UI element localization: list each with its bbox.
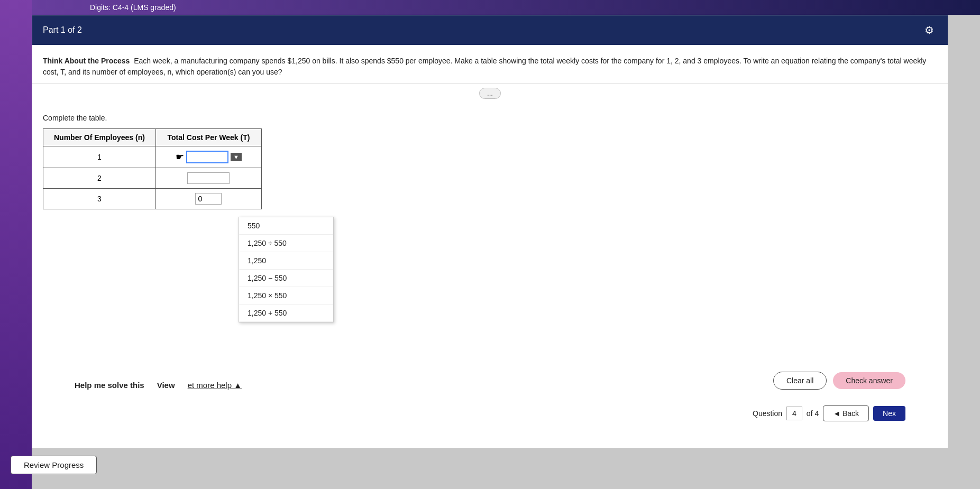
row2-t[interactable] [155,168,261,189]
gear-icon[interactable]: ⚙ [924,24,937,36]
option-mul[interactable]: 1,250 × 550 [239,287,333,305]
question-label: Question [753,409,782,418]
part-header: Part 1 of 2 ⚙ [32,15,948,45]
col-n-header: Number Of Employees (n) [43,129,156,146]
dropdown-options-panel: 550 1,250 ÷ 550 1,250 1,250 − 550 1,250 … [239,217,334,322]
bottom-actions: Clear all Check answer [773,372,905,390]
row3-input[interactable] [195,193,222,205]
and-word: and [683,57,695,65]
option-1250[interactable]: 1,250 [239,252,333,270]
table-row: 1 ☛ ▼ [43,146,262,168]
help-row: Help me solve this View et more help ▲ [75,381,242,390]
table-row: 2 [43,168,262,189]
table-row: 3 [43,189,262,209]
back-button[interactable]: ◄ Back [823,405,869,421]
row2-input[interactable] [187,172,230,184]
top-bar-title: Digits: C4-4 (LMS graded) [90,3,176,12]
total-questions-label: of 4 [807,409,819,418]
col-t-header: Total Cost Per Week (T) [155,129,261,146]
option-add[interactable]: 1,250 + 550 [239,305,333,322]
row1-dropdown-btn[interactable]: ▼ [231,153,242,161]
clear-all-button[interactable]: Clear all [773,372,827,390]
question-section: Think About the Process Each week, a man… [32,45,948,84]
question-text: Think About the Process Each week, a man… [43,56,937,78]
row1-input[interactable] [186,151,228,163]
complete-label: Complete the table. [43,114,937,122]
next-button[interactable]: Nex [873,406,905,421]
check-answer-button[interactable]: Check answer [833,372,905,389]
row1-input-cell: ☛ ▼ [167,151,251,163]
navigation-bar: Question 4 of 4 ◄ Back Nex [753,405,905,421]
hand-cursor-icon: ☛ [176,151,184,163]
question-bold: Think About the Process [43,57,130,65]
view-an-example-link[interactable]: View [157,381,175,390]
part-label: Part 1 of 2 [43,25,82,35]
table-header-row: Number Of Employees (n) Total Cost Per W… [43,129,262,146]
row3-n: 3 [43,189,156,209]
purple-sidebar [0,0,32,489]
row3-t[interactable] [155,189,261,209]
data-table: Number Of Employees (n) Total Cost Per W… [43,128,262,209]
top-bar: Digits: C4-4 (LMS graded) [0,0,980,15]
expand-button[interactable]: ... [479,88,501,99]
main-container: Part 1 of 2 ⚙ Think About the Process Ea… [32,15,948,448]
help-me-solve-link[interactable]: Help me solve this [75,381,144,390]
option-sub[interactable]: 1,250 − 550 [239,270,333,287]
review-progress-button[interactable]: Review Progress [11,456,97,474]
row2-n: 2 [43,168,156,189]
row1-t[interactable]: ☛ ▼ [155,146,261,168]
get-more-help-link[interactable]: et more help ▲ [188,381,242,390]
current-question-number: 4 [786,407,802,420]
option-div[interactable]: 1,250 ÷ 550 [239,235,333,252]
row1-n: 1 [43,146,156,168]
option-550[interactable]: 550 [239,217,333,235]
table-section: Complete the table. Number Of Employees … [32,103,948,215]
expand-row: ... [32,88,948,99]
